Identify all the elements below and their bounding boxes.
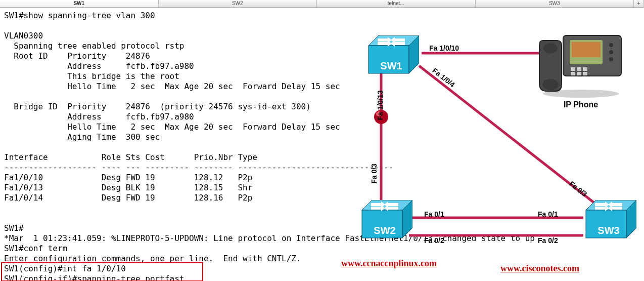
term-line: Fa1/0/14 Desg FWD 19 128.16 P2p xyxy=(4,193,252,203)
term-line: VLAN0300 xyxy=(4,31,43,41)
svg-point-33 xyxy=(609,57,613,61)
tab-sw3[interactable]: SW3 xyxy=(476,0,634,7)
svg-point-41 xyxy=(542,79,559,90)
svg-point-32 xyxy=(609,50,613,54)
link-fa104: Fa 1/0/4 xyxy=(431,66,456,89)
term-line: Fa1/0/10 Desg FWD 19 128.12 P2p xyxy=(4,173,252,182)
tab-sw1[interactable]: SW1 xyxy=(0,0,159,7)
svg-point-42 xyxy=(543,90,619,98)
network-diagram: SW1 SW2 xyxy=(320,18,644,271)
main-area: SW1#show spanning-tree vlan 300 VLAN0300… xyxy=(0,8,644,281)
svg-point-31 xyxy=(609,43,613,47)
device-sw2: SW2 xyxy=(357,200,412,243)
term-line: SW1# xyxy=(4,223,24,233)
link-fa03b: Fa 0/3 xyxy=(568,179,588,198)
svg-point-40 xyxy=(543,43,558,53)
term-line: This bridge is the root xyxy=(4,71,179,81)
term-line: SW1#show spanning-tree vlan 300 xyxy=(4,11,155,20)
link-fa01a: Fa 0/1 xyxy=(424,210,444,218)
link-fa1010: Fa 1/0/10 xyxy=(429,44,459,52)
term-line: SW1#conf term xyxy=(4,244,67,253)
link-fa03a: Fa 0/3 xyxy=(370,164,378,184)
url-ccnaccnplinux[interactable]: www.ccnaccnplinux.com xyxy=(341,258,437,269)
svg-rect-39 xyxy=(583,72,587,75)
svg-rect-36 xyxy=(583,67,587,71)
tab-sw2[interactable]: SW2 xyxy=(159,0,317,7)
svg-rect-34 xyxy=(571,67,575,71)
term-line: Bridge ID Priority 24876 (priority 24576… xyxy=(4,102,311,111)
term-line: Aging Time 300 sec xyxy=(4,132,160,142)
svg-rect-35 xyxy=(577,67,581,71)
device-ipphone: IP Phone xyxy=(535,28,626,109)
term-line: Interface Role Sts Cost Prio.Nbr Type xyxy=(4,152,257,162)
term-line: Address fcfb.fb97.a980 xyxy=(4,112,194,122)
term-line: Fa1/0/13 Desg BLK 19 128.15 Shr xyxy=(4,183,252,192)
link-fa02b: Fa 0/2 xyxy=(538,236,558,245)
term-line: Hello Time 2 sec Max Age 20 sec Forward … xyxy=(4,122,340,132)
svg-rect-38 xyxy=(577,72,581,75)
url-cisconotes[interactable]: www.cisconotes.com xyxy=(500,263,579,274)
term-line: Root ID Priority 24876 xyxy=(4,51,150,61)
term-line: Address fcfb.fb97.a980 xyxy=(4,61,194,71)
highlight-box xyxy=(1,262,203,281)
link-fa01b: Fa 0/1 xyxy=(538,210,558,218)
phone-icon xyxy=(535,28,626,99)
device-sw1: SW1 xyxy=(363,35,419,78)
device-sw3: SW3 xyxy=(581,200,636,243)
link-fa02a: Fa 0/2 xyxy=(424,236,444,245)
link-fa1013: Fa 1/0/13 xyxy=(376,90,384,120)
svg-rect-30 xyxy=(572,42,601,57)
sw2-label: SW2 xyxy=(357,225,412,236)
sw1-label: SW1 xyxy=(363,60,419,72)
tab-telnet[interactable]: telnet... xyxy=(317,0,476,7)
sw3-label: SW3 xyxy=(581,225,636,236)
tab-add-button[interactable]: + xyxy=(634,0,644,7)
tab-bar: SW1 SW2 telnet... SW3 + xyxy=(0,0,644,8)
phone-label: IP Phone xyxy=(535,100,626,109)
svg-rect-37 xyxy=(571,72,575,75)
term-line: Hello Time 2 sec Max Age 20 sec Forward … xyxy=(4,82,340,91)
term-line: Spanning tree enabled protocol rstp xyxy=(4,41,184,51)
